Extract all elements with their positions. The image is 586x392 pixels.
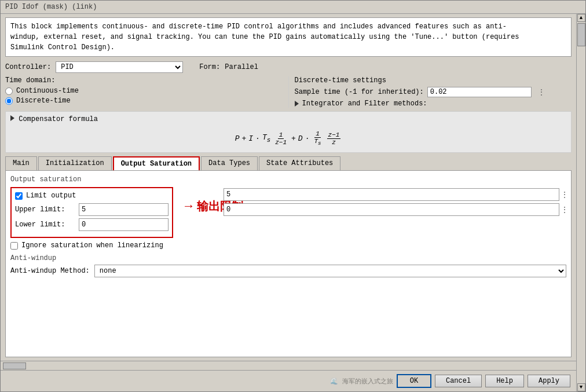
desc-line1: This block implements continuous- and di… <box>10 21 566 32</box>
vertical-scrollbar[interactable]: ▲ ▼ <box>576 14 585 391</box>
scroll-down-btn[interactable]: ▼ <box>577 383 585 391</box>
time-domain-label: Time domain: <box>5 76 283 85</box>
title-bar: PID Idof (mask) (link) <box>1 1 585 14</box>
formula-area: P+I·Ts 1 z−1 +D· 1 Ts z−1 <box>10 126 566 149</box>
tab-initialization[interactable]: Initialization <box>38 156 112 170</box>
settings-panels: Time domain: Continuous-time Discrete-ti… <box>5 76 572 108</box>
scroll-up-btn[interactable]: ▲ <box>577 14 585 22</box>
lower-dots: ⋮ <box>561 205 569 215</box>
horizontal-scrollbar[interactable] <box>1 361 576 370</box>
discrete-radio[interactable] <box>5 97 13 105</box>
anti-windup-row: Anti-windup Method: none <box>10 265 566 277</box>
upper-limit-input[interactable] <box>79 203 169 216</box>
main-dialog: PID Idof (mask) (link) This block implem… <box>0 0 586 392</box>
ok-button[interactable]: OK <box>397 374 431 388</box>
limit-output-checkbox[interactable] <box>15 192 23 200</box>
controller-label: Controller: <box>5 63 51 71</box>
annotation-arrow: → <box>185 199 192 214</box>
lower-limit-row: Lower limit: <box>15 218 169 231</box>
sample-time-input[interactable] <box>427 87 532 97</box>
upper-limit-row: Upper limit: <box>15 203 169 216</box>
anti-windup-title: Anti-windup <box>10 254 566 262</box>
integrator-label: Integrator and Filter methods: <box>302 100 427 108</box>
controller-row: Controller: PID Form: Parallel <box>5 61 572 73</box>
help-button[interactable]: Help <box>485 375 524 387</box>
tabs-row: Main Initialization Output Saturation Da… <box>5 156 572 171</box>
continuous-radio[interactable] <box>5 87 13 95</box>
upper-limit-full-row: ⋮ <box>224 188 569 201</box>
controller-select[interactable]: PID <box>56 61 183 73</box>
lower-limit-label: Lower limit: <box>15 221 79 229</box>
desc-line3: Simulink Control Design). <box>10 42 566 53</box>
v-scrollbar-thumb[interactable] <box>577 23 585 46</box>
sample-time-dots: ⋮ <box>535 87 548 97</box>
sample-time-label: Sample time (-1 for inherited): <box>295 88 424 96</box>
discrete-label: Discrete-time <box>16 97 71 105</box>
left-panel: Time domain: Continuous-time Discrete-ti… <box>5 76 288 108</box>
limit-output-row: Limit output <box>15 192 169 200</box>
lower-limit-input[interactable] <box>79 218 169 231</box>
form-label: Form: <box>199 63 220 71</box>
tab-main[interactable]: Main <box>5 156 37 170</box>
tab-data-types[interactable]: Data Types <box>201 156 258 170</box>
comp-triangle-icon <box>10 115 14 121</box>
tab-output-saturation[interactable]: Output Saturation <box>113 156 200 170</box>
anti-windup-method-label: Anti-windup Method: <box>10 267 90 275</box>
upper-dots: ⋮ <box>561 190 569 200</box>
output-saturation-title: Output saturation <box>10 175 566 184</box>
lower-limit-full-row: ⋮ <box>224 203 569 216</box>
description-box: This block implements continuous- and di… <box>5 17 572 57</box>
discrete-radio-row: Discrete-time <box>5 97 283 105</box>
ignore-saturation-label: Ignore saturation when linearizing <box>21 241 163 250</box>
apply-button[interactable]: Apply <box>528 375 570 387</box>
anti-windup-section: Anti-windup Anti-windup Method: none <box>10 254 566 277</box>
ignore-saturation-checkbox[interactable] <box>10 242 18 250</box>
highlighted-box: Limit output Upper limit: Lower limit: <box>10 187 173 238</box>
tab-state-attributes[interactable]: State Attributes <box>259 156 340 170</box>
discrete-settings-title: Discrete-time settings <box>295 76 572 85</box>
title-text: PID Idof (mask) (link) <box>5 3 97 11</box>
formula: P+I·Ts 1 z−1 +D· 1 Ts z−1 <box>235 130 342 146</box>
compensator-title: Compensator formula <box>10 115 566 123</box>
lower-limit-full-input[interactable] <box>224 203 559 216</box>
bottom-bar: 🌊 海军的嵌入式之旅 OK Cancel Help Apply <box>1 370 576 391</box>
full-width-inputs: ⋮ ⋮ <box>224 188 569 216</box>
limit-output-label: Limit output <box>26 192 76 200</box>
right-panel: Discrete-time settings Sample time (-1 f… <box>288 76 572 108</box>
upper-limit-full-input[interactable] <box>224 188 559 201</box>
watermark: 🌊 海军的嵌入式之旅 <box>6 377 393 386</box>
tab-content: Output saturation Limit output Upper lim… <box>5 171 572 357</box>
sample-time-row: Sample time (-1 for inherited): ⋮ <box>295 87 572 97</box>
desc-line2: windup, external reset, and signal track… <box>10 32 566 42</box>
triangle-icon <box>295 101 299 107</box>
compensator-section: Compensator formula P+I·Ts 1 z−1 +D· 1 <box>5 111 572 153</box>
continuous-label: Continuous-time <box>16 87 79 95</box>
continuous-radio-row: Continuous-time <box>5 87 283 95</box>
form-value: Parallel <box>225 63 258 71</box>
integrator-row: Integrator and Filter methods: <box>295 100 572 108</box>
h-scrollbar-thumb[interactable] <box>3 362 26 369</box>
ignore-saturation-row: Ignore saturation when linearizing <box>10 241 566 250</box>
anti-windup-select[interactable]: none <box>94 265 566 277</box>
cancel-button[interactable]: Cancel <box>435 375 482 387</box>
upper-limit-label: Upper limit: <box>15 206 79 214</box>
